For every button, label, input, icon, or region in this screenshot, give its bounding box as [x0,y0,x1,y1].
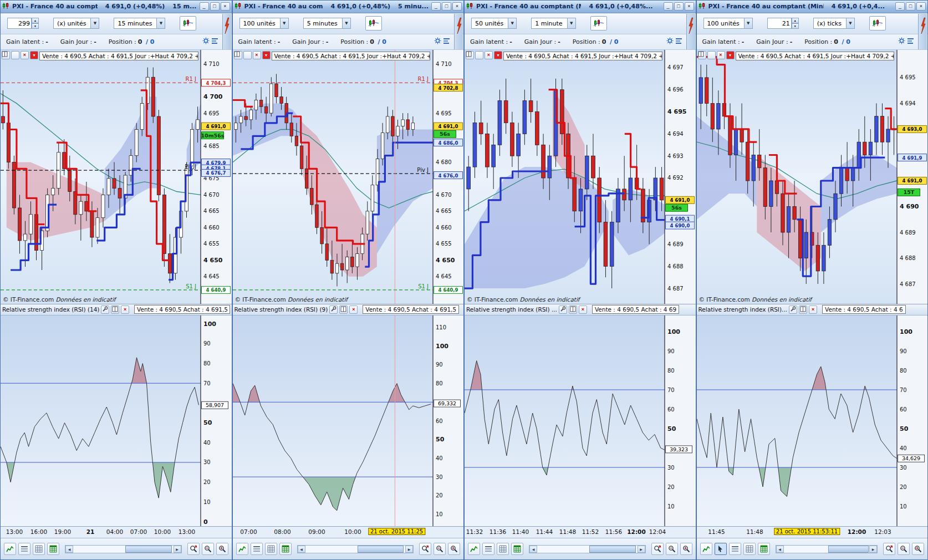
rsi-close-button[interactable]: × [579,306,587,314]
split-window-button[interactable] [243,51,252,59]
scroll-left-button[interactable]: ◀ [65,546,73,553]
grid-icon[interactable] [743,543,756,555]
rsi-split-button[interactable] [799,306,807,314]
maximize-button[interactable]: □ [442,2,451,11]
chevron-down-icon[interactable]: ▼ [744,18,752,28]
chevron-down-icon[interactable]: ▼ [567,18,575,28]
window-titlebar[interactable]: PXI - France 40 au comptant (Mini-contra… [233,1,464,13]
minimize-button[interactable]: _ [200,2,209,11]
zoom-back-icon[interactable] [419,543,431,555]
rsi-chart[interactable]: 1009080705040302010058,907 [1,315,232,526]
scrollbar-thumb[interactable] [125,546,171,553]
close-button[interactable]: × [452,2,462,11]
grid-icon[interactable] [497,543,509,555]
settings-gear-icon[interactable] [434,37,441,46]
spin-down-icon[interactable]: ▼ [792,23,799,29]
settings-gear-icon[interactable] [666,37,674,46]
split-window-button[interactable] [11,51,19,59]
tick-count-stepper[interactable]: ▲▼ [767,18,799,29]
spin-up-icon[interactable]: ▲ [792,18,799,23]
rsi-close-button[interactable]: × [349,306,358,314]
realtime-feed-strip[interactable] [686,14,695,49]
timeframe-select[interactable]: 15 minutes▼ [114,18,165,29]
pointer-icon[interactable] [715,543,727,555]
zoom-in-icon[interactable] [912,543,924,555]
chevron-down-icon[interactable]: ▼ [342,18,350,28]
price-alert-button[interactable]: ▼ [726,51,735,59]
scroll-left-button[interactable]: ◀ [776,546,784,553]
scroll-right-button[interactable]: ▶ [405,546,413,553]
chevron-down-icon[interactable]: ▼ [90,18,99,28]
realtime-feed-strip[interactable] [454,14,463,49]
position-settings-icon[interactable] [443,37,450,46]
chart-line-icon[interactable] [468,543,480,555]
chart-style-button[interactable] [180,16,196,30]
position-settings-icon[interactable] [907,37,914,46]
zoom-in-icon[interactable] [216,543,228,555]
chevron-down-icon[interactable]: ▼ [846,18,854,28]
units-select[interactable]: 50 unités▼ [471,18,517,29]
scrollbar-thumb[interactable] [358,546,404,553]
realtime-feed-strip[interactable] [222,14,231,49]
position-settings-icon[interactable] [675,37,682,46]
timeframe-select[interactable]: 1 minute▼ [531,18,575,29]
chevron-down-icon[interactable]: ▼ [280,18,288,28]
timeframe-select[interactable]: (x) ticks▼ [813,18,855,29]
price-alert-button[interactable]: ▼ [262,51,271,59]
price-chart[interactable]: R1 JPiv JS1 J4 7104 7004 6954 6854 6754 … [1,50,232,304]
zoom-out-icon[interactable] [202,543,214,555]
rsi-split-button[interactable] [569,306,577,314]
rsi-split-button[interactable] [111,306,119,314]
units-select[interactable]: 100 unités▼ [703,18,753,29]
scroll-right-button[interactable]: ▶ [174,546,181,553]
scroll-right-button[interactable]: ▶ [869,546,877,553]
zoom-back-icon[interactable] [651,543,664,555]
rsi-chart[interactable]: 10090807060504030201034,629 [697,315,928,526]
close-indicator-button[interactable]: × [485,51,493,59]
rsi-properties-button[interactable] [329,306,338,314]
window-titlebar[interactable]: PXI - France 40 au comptant (Mini-contra… [465,1,696,13]
quote-list-icon[interactable] [729,543,741,555]
close-button[interactable]: × [685,2,694,11]
price-chart[interactable]: R1 JPiv JS1 J4 7104 6954 6804 6704 6654 … [233,50,464,304]
settings-gear-icon[interactable] [898,37,905,46]
maximize-button[interactable]: □ [674,2,684,11]
minimize-button[interactable]: _ [895,2,905,11]
close-indicator-button[interactable]: × [21,51,29,59]
quote-list-icon[interactable] [251,543,263,555]
grid-green-icon[interactable] [47,543,59,555]
units-count-stepper[interactable]: ▲▼ [7,18,39,29]
units-mode-select[interactable]: (x) unités▼ [53,18,99,29]
horizontal-scrollbar[interactable]: ◀▶ [776,545,878,553]
close-indicator-button[interactable]: × [253,51,261,59]
horizontal-scrollbar[interactable]: ◀▶ [297,545,414,553]
rsi-properties-button[interactable] [559,306,567,314]
close-button[interactable]: × [916,2,926,11]
close-indicator-button[interactable]: × [717,51,725,59]
realtime-feed-strip[interactable] [918,14,927,49]
scroll-left-button[interactable]: ◀ [298,546,305,553]
split-window-button[interactable] [475,51,483,59]
price-chart[interactable]: 4 6974 6964 6954 6944 6934 6924 6894 688… [465,50,696,304]
rsi-properties-button[interactable] [101,306,109,314]
zoom-out-icon[interactable] [434,543,446,555]
scroll-left-button[interactable]: ◀ [529,546,537,553]
tick-count-input[interactable] [767,18,792,29]
units-count-input[interactable] [7,18,32,29]
horizontal-scrollbar[interactable]: ◀▶ [529,545,646,553]
minimize-button[interactable]: _ [664,2,673,11]
zoom-in-icon[interactable] [680,543,692,555]
timeframe-select[interactable]: 5 minutes▼ [303,18,351,29]
rsi-chart[interactable]: 10090807060504030201039,323 [465,315,696,526]
rsi-close-button[interactable]: × [121,306,129,314]
chart-line-icon[interactable] [4,543,16,555]
spin-up-icon[interactable]: ▲ [32,18,39,23]
close-button[interactable]: × [221,2,230,11]
chevron-down-icon[interactable]: ▼ [508,18,516,28]
scrollbar-thumb[interactable] [828,546,869,553]
grid-icon[interactable] [33,543,45,555]
chevron-down-icon[interactable]: ▼ [156,18,165,28]
zoom-out-icon[interactable] [666,543,678,555]
window-titlebar[interactable]: PXI - France 40 au comptant (Mini-contra… [1,1,232,13]
quote-list-icon[interactable] [482,543,494,555]
